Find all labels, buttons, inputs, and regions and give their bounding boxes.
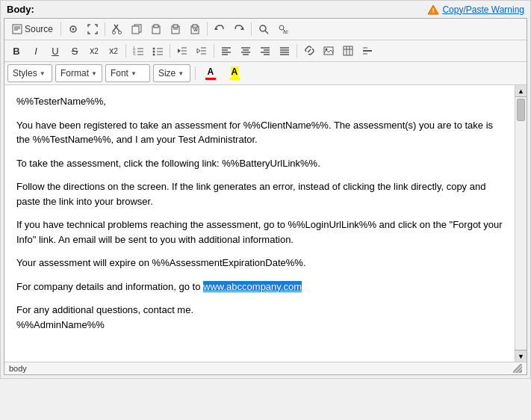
toolbar-row1: Source [4,19,527,40]
svg-marker-45 [197,49,200,53]
find-button[interactable] [255,21,273,37]
align-left-button[interactable] [217,43,235,59]
font-color-bar [205,78,216,80]
unordered-list-button[interactable] [149,43,167,59]
table-button[interactable] [339,43,357,59]
content-area[interactable]: %%TesterName%%, You have been registered… [4,85,515,362]
svg-point-10 [113,31,116,34]
svg-rect-17 [173,25,178,28]
status-bar: body [4,362,527,374]
svg-rect-67 [344,46,353,55]
body-label: Body: [7,4,34,15]
undo-icon [214,24,225,34]
italic-button[interactable]: I [27,43,45,59]
strikethrough-button[interactable]: S [66,43,84,59]
align-right-icon [260,46,270,56]
paragraph-7: For company details and information, go … [16,280,503,294]
cut-button[interactable] [108,21,126,37]
editor-wrapper: Source [4,18,527,375]
paragraph-2: You have been registered to take an asse… [16,118,503,147]
paste-word-icon: W [190,24,200,34]
outdent-button[interactable] [173,43,191,59]
svg-line-76 [521,371,522,373]
paragraph-8: For any additional questions, contact me… [16,303,503,332]
size-dropdown[interactable]: Size ▼ [153,64,190,82]
align-justify-button[interactable] [276,43,294,59]
ordered-list-button[interactable]: 1. 2. 3. [129,43,147,59]
unordered-list-icon [152,46,163,56]
company-link[interactable]: www.abccompany.com [203,281,302,292]
table-icon [343,46,353,56]
toolbar-separator [60,22,61,36]
format-dropdown[interactable]: Format ▼ [55,64,102,82]
font-arrow: ▼ [131,70,137,77]
svg-marker-41 [178,49,181,53]
styles-dropdown[interactable]: Styles ▼ [7,64,52,82]
align-right-button[interactable] [256,43,274,59]
copy-paste-warning[interactable]: ! Copy/Paste Warning [427,4,524,15]
svg-point-37 [153,54,155,56]
subscript-button[interactable]: x2 [85,43,103,59]
link-button[interactable] [300,43,318,59]
format-arrow: ▼ [91,70,97,77]
font-dropdown[interactable]: Font ▼ [105,64,150,82]
align-center-button[interactable] [237,43,255,59]
replace-button[interactable]: ab [274,21,292,37]
paste-word-button[interactable]: W [186,21,204,37]
copy-icon [131,24,142,34]
svg-rect-13 [132,26,139,34]
editor-content-inner: %%TesterName%%, You have been registered… [4,85,515,362]
paragraph-5: If you have technical problems reaching … [16,217,503,247]
hr-button[interactable] [358,43,376,59]
paste-icon [151,24,161,34]
toolbar-separator3 [207,22,208,36]
superscript-button[interactable]: x2 [105,43,122,59]
paragraph-1: %%TesterName%%, [16,94,503,109]
size-arrow: ▼ [178,70,184,77]
toolbar-separator9 [195,67,196,80]
image-button[interactable] [320,43,338,59]
undo-button[interactable] [211,21,229,37]
format-label: Format [60,68,89,78]
scroll-down-button[interactable]: ▼ [515,350,527,362]
svg-text:W: W [193,28,198,32]
bg-color-label: A [229,67,240,80]
toolbar-row3: Styles ▼ Format ▼ Font ▼ Size ▼ A [4,62,527,85]
indent-button[interactable] [193,43,211,59]
bold-button[interactable]: B [7,43,25,59]
fullscreen-button[interactable] [84,21,102,37]
preview-button[interactable] [64,21,82,37]
paragraph-6: Your assessment will expire on %%Assessm… [16,256,503,271]
preview-icon [68,24,78,34]
toolbar-separator4 [251,22,252,36]
align-center-icon [240,46,251,56]
resize-handle[interactable] [513,364,522,373]
svg-rect-15 [154,25,158,28]
warning-triangle-icon: ! [427,4,439,15]
paste-text-button[interactable] [167,21,184,37]
replace-icon: ab [278,24,288,34]
toolbar-separator5 [125,44,126,58]
bg-color-button[interactable]: A [224,65,245,81]
scroll-up-button[interactable]: ▲ [515,85,527,97]
bg-color-bar [229,78,240,80]
align-left-icon [221,46,232,56]
font-color-button[interactable]: A [200,65,221,81]
find-icon [258,24,269,34]
source-button[interactable]: Source [7,21,58,37]
paste-button[interactable] [147,21,165,37]
redo-button[interactable] [230,21,248,37]
hr-icon [362,46,373,56]
status-label: body [9,364,27,373]
svg-point-35 [153,48,155,50]
body-header: Body: ! Copy/Paste Warning [1,1,530,18]
underline-button[interactable]: U [46,43,64,59]
for-company-text: For company details and information, go … [16,281,200,292]
editor-container: Body: ! Copy/Paste Warning Source [0,0,531,379]
svg-line-25 [265,31,268,34]
scroll-thumb[interactable] [517,99,525,121]
svg-point-24 [260,25,266,31]
copy-button[interactable] [128,21,146,37]
size-label: Size [158,68,176,78]
toolbar-separator6 [170,44,170,58]
